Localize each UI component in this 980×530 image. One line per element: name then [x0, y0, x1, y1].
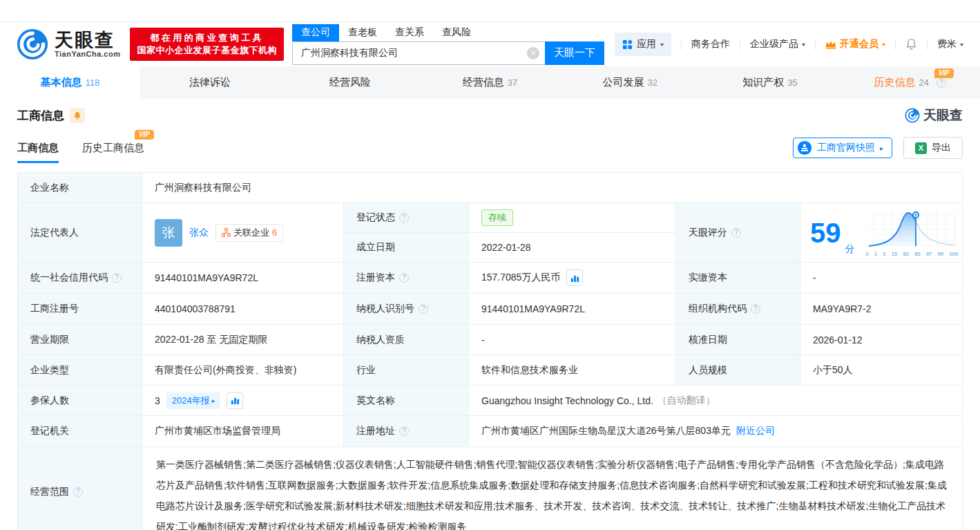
divider	[927, 39, 928, 50]
logo-subtitle: TianYanCha.com	[55, 50, 120, 58]
legal-rep-name-link[interactable]: 张众	[189, 227, 209, 239]
search-tab-relation[interactable]: 查关系	[386, 24, 433, 41]
legal-rep-value: 张 张众 关联企业 6	[142, 203, 344, 263]
tyc-score-value[interactable]: 59 分	[800, 203, 963, 263]
nearby-companies-link[interactable]: 附近公司	[736, 425, 775, 437]
menu-enterprise-product[interactable]: 企业级产品 ▾	[750, 38, 805, 50]
tyc-score-label: 天眼评分 ?	[676, 203, 800, 263]
divider	[815, 39, 816, 50]
main-content: 工商信息 天眼查 工商信息 VIP 历史工商信息	[0, 106, 980, 530]
subtab-business-info[interactable]: 工商信息	[17, 142, 59, 163]
chevron-down-icon: ▾	[882, 41, 885, 48]
credit-code-label: 统一社会信用代码 ?	[18, 263, 142, 294]
clear-search-icon[interactable]: ×	[527, 47, 539, 59]
company-type-value: 有限责任公司(外商投资、非独资)	[142, 355, 344, 386]
staff-size-value: 小于50人	[800, 355, 963, 386]
taxpayer-quality-value: -	[469, 325, 676, 355]
business-scope-value: 第一类医疗器械销售;第二类医疗器械销售;仪器仪表销售;人工智能硬件销售;销售代理…	[142, 447, 963, 530]
address-value: 广州市黄埔区广州国际生物岛星汉大道26号第八层803单元 附近公司	[469, 416, 963, 447]
stamp-icon	[797, 140, 812, 155]
reg-status-label: 登记状态 ?	[344, 203, 469, 233]
reg-capital-label: 注册资本 ?	[344, 263, 469, 294]
caret-right-icon: ▸	[880, 144, 883, 152]
notifications-bell-icon[interactable]	[905, 38, 917, 50]
taxpayer-id-value: 91440101MA9YA9R72L	[469, 294, 676, 325]
search-tab-risk[interactable]: 查风险	[433, 24, 480, 41]
header: 天眼查 TianYanCha.com 都在用的商业查询工具 国家中小企业发展子基…	[0, 22, 980, 66]
subtab-history-business-info[interactable]: VIP 历史工商信息	[82, 142, 144, 163]
tab-operating-info[interactable]: 经营信息 37	[420, 66, 560, 99]
help-icon[interactable]: ?	[399, 426, 409, 436]
header-menu: 应用 ▾ 商务合作 企业级产品 ▾ 开通会员 ▾	[615, 32, 963, 56]
menu-business-coop[interactable]: 商务合作	[691, 38, 730, 50]
related-companies-badge[interactable]: 关联企业 6	[215, 224, 283, 242]
tianyancha-logo[interactable]: 天眼查 TianYanCha.com	[17, 28, 120, 60]
tab-basic-info[interactable]: 基本信息 118	[0, 66, 140, 99]
status-badge: 存续	[481, 209, 513, 226]
help-icon[interactable]: ?	[73, 487, 83, 497]
crown-icon	[825, 39, 836, 49]
tab-label: 经营信息	[463, 76, 504, 89]
company-type-label: 企业类型	[18, 355, 142, 386]
annual-report-badge[interactable]: 2024年报 ▸	[166, 392, 220, 409]
tab-legal-proceedings[interactable]: 法律诉讼	[140, 66, 280, 99]
tianyancha-logo-icon	[17, 28, 48, 60]
insured-trend-chart-icon[interactable]	[227, 392, 243, 409]
official-snapshot-button[interactable]: 工商官网快照 ▸	[793, 138, 892, 158]
tab-history-info[interactable]: VIP 历史信息 24 ?	[840, 66, 980, 99]
search-tab-company[interactable]: 查公司	[292, 24, 339, 41]
apps-menu[interactable]: 应用 ▾	[615, 32, 671, 56]
export-button[interactable]: X 导出	[903, 137, 963, 159]
relation-graph-icon	[222, 228, 231, 237]
establish-date-value: 2022-01-28	[469, 233, 676, 263]
search-area: 查公司 查老板 查关系 查风险 × 天眼一下	[292, 24, 604, 65]
legal-rep-label: 法定代表人	[18, 203, 142, 263]
tab-operating-risk[interactable]: 经营风险	[280, 66, 420, 99]
export-label: 导出	[932, 142, 951, 154]
help-icon[interactable]: ?	[419, 304, 428, 314]
reg-number-label: 工商注册号	[18, 294, 142, 325]
excel-icon: X	[915, 142, 927, 154]
search-input[interactable]	[301, 48, 527, 59]
enterprise-product-label: 企业级产品	[750, 38, 798, 50]
chevron-down-icon: ▾	[802, 41, 805, 48]
user-account-menu[interactable]: 费米 ▾	[937, 38, 963, 50]
tab-count: 118	[85, 77, 99, 88]
subtab-label: 历史工商信息	[82, 142, 144, 153]
help-icon[interactable]: ?	[936, 78, 946, 88]
help-icon[interactable]: ?	[399, 273, 409, 283]
menu-open-vip[interactable]: 开通会员 ▾	[825, 38, 885, 50]
capital-trend-chart-icon[interactable]	[566, 269, 583, 286]
paid-capital-value: -	[800, 263, 963, 294]
logo-title: 天眼查	[55, 30, 120, 50]
search-button[interactable]: 天眼一下	[545, 41, 604, 65]
business-info-table: 企业名称 广州洞察科技有限公司 法定代表人 张 张众 关联企业 6	[17, 172, 963, 530]
tab-label: 经营风险	[329, 76, 371, 89]
help-icon[interactable]: ?	[751, 304, 760, 314]
tab-count: 35	[787, 77, 797, 88]
subscribe-bell-icon[interactable]	[70, 108, 85, 123]
help-icon[interactable]: ?	[399, 213, 409, 223]
approval-date-label: 核准日期	[676, 325, 800, 355]
help-icon[interactable]: ?	[112, 273, 122, 283]
tab-company-development[interactable]: 公司发展 32	[560, 66, 700, 99]
snapshot-label: 工商官网快照	[817, 142, 875, 154]
score-axis-ticks: 0131550859799100	[865, 251, 960, 257]
related-companies-count: 6	[272, 227, 277, 238]
apps-label: 应用	[637, 38, 656, 50]
business-term-label: 营业期限	[18, 325, 142, 355]
help-icon[interactable]: ?	[731, 228, 741, 238]
tab-count: 32	[648, 77, 657, 88]
search-bar: × 天眼一下	[292, 41, 604, 65]
auto-translate-note: （自动翻译）	[657, 395, 715, 407]
business-scope-label: 经营范围 ?	[18, 447, 142, 530]
section-title: 工商信息	[17, 108, 64, 124]
legal-rep-avatar[interactable]: 张	[155, 219, 182, 247]
caret-right-icon: ▸	[212, 397, 215, 404]
vip-badge: VIP	[135, 130, 154, 140]
industry-value: 软件和信息技术服务业	[469, 355, 676, 386]
search-tab-boss[interactable]: 查老板	[339, 24, 386, 41]
tab-intellectual-property[interactable]: 知识产权 35	[700, 66, 840, 99]
org-code-value: MA9YA9R7-2	[800, 294, 963, 325]
reg-status-value: 存续	[469, 203, 676, 233]
